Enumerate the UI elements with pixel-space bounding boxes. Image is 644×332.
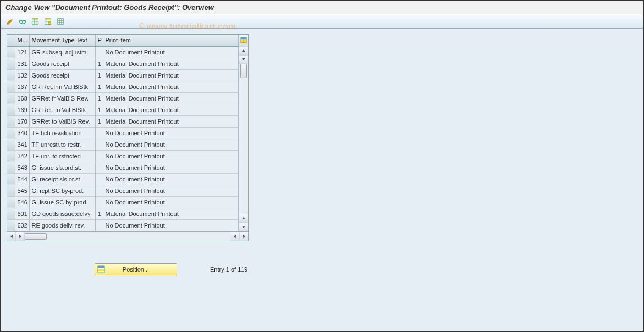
header-movement-type-text[interactable]: Movement Type Text bbox=[29, 35, 95, 46]
cell-movement-type-text[interactable]: GI issue sls.ord.st. bbox=[29, 162, 95, 173]
cell-p[interactable]: 1 bbox=[95, 81, 103, 92]
row-selector[interactable] bbox=[7, 92, 15, 104]
cell-p[interactable] bbox=[95, 185, 103, 196]
cell-movement-type-text[interactable]: TF unrestr.to restr. bbox=[29, 139, 95, 150]
row-selector[interactable] bbox=[7, 139, 15, 150]
row-selector[interactable] bbox=[7, 46, 15, 58]
cell-m[interactable]: 167 bbox=[15, 81, 29, 92]
hscroll-track[interactable] bbox=[25, 232, 58, 241]
cell-print-item[interactable]: No Document Printout bbox=[103, 196, 239, 208]
scroll-right-end-button[interactable] bbox=[239, 232, 248, 241]
cell-p[interactable] bbox=[95, 173, 103, 185]
cell-m[interactable]: 131 bbox=[15, 58, 29, 69]
row-selector[interactable] bbox=[7, 196, 15, 208]
cell-m[interactable]: 169 bbox=[15, 104, 29, 115]
cell-movement-type-text[interactable]: GI rcpt SC by-prod. bbox=[29, 185, 95, 196]
row-selector[interactable] bbox=[7, 150, 15, 162]
cell-movement-type-text[interactable]: TF bch revaluation bbox=[29, 127, 95, 139]
scroll-up-button[interactable] bbox=[239, 46, 248, 55]
cell-m[interactable]: 543 bbox=[15, 162, 29, 173]
cell-print-item[interactable]: No Document Printout bbox=[103, 162, 239, 173]
deselect-all-button[interactable] bbox=[42, 16, 53, 27]
cell-print-item[interactable]: No Document Printout bbox=[103, 139, 239, 150]
cell-movement-type-text[interactable]: TF unr. to rstricted bbox=[29, 150, 95, 162]
row-selector[interactable] bbox=[7, 104, 15, 115]
cell-p[interactable]: 1 bbox=[95, 69, 103, 81]
cell-print-item[interactable]: No Document Printout bbox=[103, 150, 239, 162]
cell-movement-type-text[interactable]: Goods receipt bbox=[29, 69, 95, 81]
cell-m[interactable]: 341 bbox=[15, 139, 29, 150]
cell-p[interactable] bbox=[95, 219, 103, 231]
cell-print-item[interactable]: Material Document Printout bbox=[103, 115, 239, 127]
cell-print-item[interactable]: Material Document Printout bbox=[103, 104, 239, 115]
cell-m[interactable]: 601 bbox=[15, 208, 29, 219]
horizontal-scrollbar[interactable] bbox=[7, 231, 248, 241]
cell-print-item[interactable]: No Document Printout bbox=[103, 173, 239, 185]
display-details-button[interactable] bbox=[17, 16, 28, 27]
scroll-left-end-button[interactable] bbox=[230, 232, 239, 241]
row-selector[interactable] bbox=[7, 127, 15, 139]
cell-print-item[interactable]: Material Document Printout bbox=[103, 208, 239, 219]
cell-m[interactable]: 170 bbox=[15, 115, 29, 127]
cell-m[interactable]: 545 bbox=[15, 185, 29, 196]
cell-m[interactable]: 132 bbox=[15, 69, 29, 81]
cell-print-item[interactable]: Material Document Printout bbox=[103, 92, 239, 104]
cell-movement-type-text[interactable]: GRRet fr ValBlS Rev. bbox=[29, 92, 95, 104]
cell-m[interactable]: 544 bbox=[15, 173, 29, 185]
header-print-item[interactable]: Print item bbox=[103, 35, 239, 46]
toggle-change-button[interactable] bbox=[4, 16, 15, 27]
position-button[interactable]: Position... bbox=[95, 263, 177, 275]
cell-m[interactable]: 168 bbox=[15, 92, 29, 104]
cell-movement-type-text[interactable]: GRRet to ValBlS Rev. bbox=[29, 115, 95, 127]
cell-print-item[interactable]: No Document Printout bbox=[103, 185, 239, 196]
cell-print-item[interactable]: No Document Printout bbox=[103, 127, 239, 139]
cell-p[interactable]: 1 bbox=[95, 208, 103, 219]
cell-p[interactable] bbox=[95, 196, 103, 208]
row-selector[interactable] bbox=[7, 173, 15, 185]
cell-p[interactable]: 1 bbox=[95, 104, 103, 115]
row-selector[interactable] bbox=[7, 81, 15, 92]
scroll-down-button[interactable] bbox=[239, 55, 248, 64]
header-p[interactable]: P bbox=[95, 35, 103, 46]
cell-movement-type-text[interactable]: RE goods deliv. rev. bbox=[29, 219, 95, 231]
row-selector[interactable] bbox=[7, 69, 15, 81]
cell-p[interactable]: 1 bbox=[95, 58, 103, 69]
vscroll-thumb[interactable] bbox=[240, 64, 247, 78]
cell-p[interactable] bbox=[95, 139, 103, 150]
cell-p[interactable] bbox=[95, 150, 103, 162]
cell-p[interactable] bbox=[95, 127, 103, 139]
hscroll-thumb[interactable] bbox=[25, 233, 47, 240]
scroll-down-bottom-button[interactable] bbox=[239, 223, 248, 231]
row-selector[interactable] bbox=[7, 185, 15, 196]
cell-print-item[interactable]: No Document Printout bbox=[103, 219, 239, 231]
row-selector[interactable] bbox=[7, 115, 15, 127]
header-m[interactable]: M... bbox=[15, 35, 29, 46]
cell-movement-type-text[interactable]: GI issue SC by-prod. bbox=[29, 196, 95, 208]
cell-m[interactable]: 342 bbox=[15, 150, 29, 162]
cell-print-item[interactable]: Material Document Printout bbox=[103, 58, 239, 69]
header-row-selector[interactable] bbox=[7, 35, 15, 46]
cell-movement-type-text[interactable]: GR Ret.frm Val.BlStk bbox=[29, 81, 95, 92]
cell-p[interactable]: 1 bbox=[95, 115, 103, 127]
table-settings-button[interactable] bbox=[55, 16, 66, 27]
cell-p[interactable]: 1 bbox=[95, 92, 103, 104]
cell-m[interactable]: 546 bbox=[15, 196, 29, 208]
cell-print-item[interactable]: Material Document Printout bbox=[103, 81, 239, 92]
cell-movement-type-text[interactable]: GI receipt sls.or.st bbox=[29, 173, 95, 185]
cell-m[interactable]: 602 bbox=[15, 219, 29, 231]
cell-movement-type-text[interactable]: GR Ret. to Val.BlStk bbox=[29, 104, 95, 115]
scroll-up-bottom-button[interactable] bbox=[239, 214, 248, 223]
scroll-right-button[interactable] bbox=[16, 232, 25, 241]
cell-movement-type-text[interactable]: Goods receipt bbox=[29, 58, 95, 69]
cell-p[interactable] bbox=[95, 46, 103, 58]
cell-print-item[interactable]: No Document Printout bbox=[103, 46, 239, 58]
cell-movement-type-text[interactable]: GR subseq. adjustm. bbox=[29, 46, 95, 58]
cell-movement-type-text[interactable]: GD goods issue:delvy bbox=[29, 208, 95, 219]
cell-print-item[interactable]: Material Document Printout bbox=[103, 69, 239, 81]
row-selector[interactable] bbox=[7, 219, 15, 231]
select-all-button[interactable] bbox=[30, 16, 41, 27]
configure-columns-button[interactable] bbox=[239, 35, 248, 46]
vertical-scrollbar[interactable] bbox=[239, 35, 248, 231]
cell-m[interactable]: 121 bbox=[15, 46, 29, 58]
vscroll-track[interactable] bbox=[239, 64, 248, 214]
